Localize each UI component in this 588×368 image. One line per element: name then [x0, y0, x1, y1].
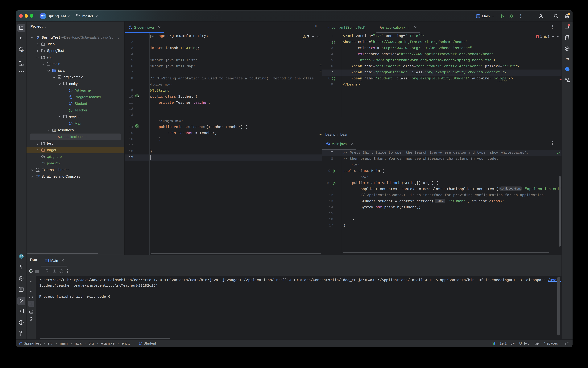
svg-text:C: C	[70, 96, 72, 99]
svg-text:I: I	[70, 109, 71, 112]
svg-text:C: C	[327, 142, 329, 145]
svg-text:C: C	[70, 102, 72, 105]
svg-text:C: C	[70, 89, 72, 92]
svg-text:C: C	[70, 122, 72, 125]
svg-text:C: C	[130, 26, 132, 29]
svg-text:?: ?	[21, 49, 23, 52]
svg-text:C: C	[140, 342, 142, 345]
